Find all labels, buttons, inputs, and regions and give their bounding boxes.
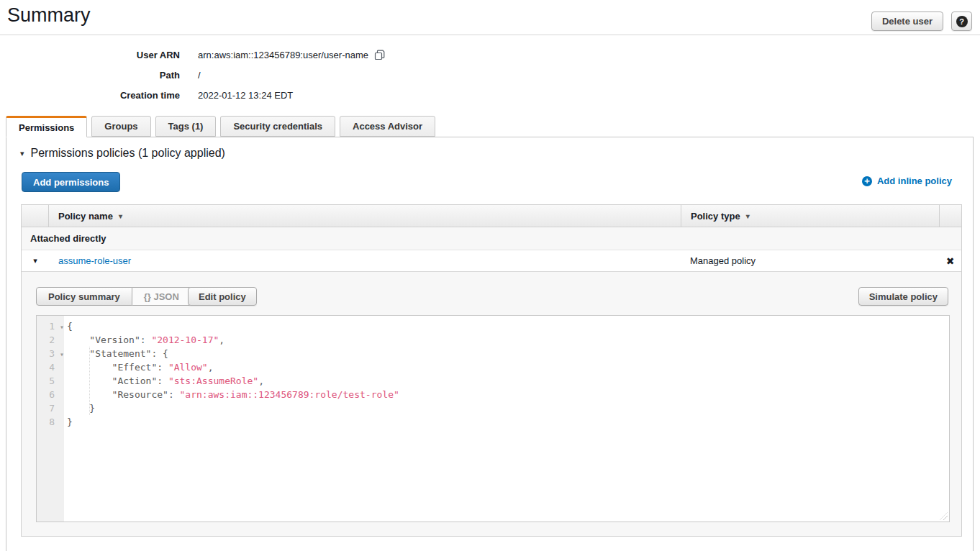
policy-name-cell: assume-role-user xyxy=(49,255,681,266)
policy-type-header-label: Policy type xyxy=(691,211,740,222)
policy-name-link[interactable]: assume-role-user xyxy=(58,255,131,266)
code-line: "Resource": "arn:aws:iam::123456789:role… xyxy=(67,388,949,401)
permissions-policies-section-toggle[interactable]: ▾ Permissions policies (1 policy applied… xyxy=(20,147,225,160)
code-line: "Effect": "Allow", xyxy=(67,360,949,374)
user-arn-label: User ARN xyxy=(0,50,180,60)
line-number: 2 xyxy=(37,333,64,347)
add-inline-policy-link[interactable]: ＋ Add inline policy xyxy=(862,176,952,186)
tab-access-advisor[interactable]: Access Advisor xyxy=(340,116,435,137)
help-button[interactable]: ? xyxy=(951,12,972,31)
view-toggle-group: Policy summary {} JSON xyxy=(36,287,191,306)
tab-groups[interactable]: Groups xyxy=(91,116,150,137)
line-number: 6 xyxy=(37,388,64,401)
path-label: Path xyxy=(0,70,180,81)
delete-user-button[interactable]: Delete user xyxy=(871,12,943,31)
edit-policy-button[interactable]: Edit policy xyxy=(188,287,257,306)
policy-summary-button[interactable]: Policy summary xyxy=(36,287,132,306)
policy-detail-buttons: Policy summary {} JSON Edit policy Simul… xyxy=(36,287,948,306)
policy-table-header: Policy name ▾ Policy type ▾ xyxy=(22,205,961,227)
line-number: 1▾ xyxy=(37,319,64,333)
policy-name-sort[interactable]: Policy name ▾ xyxy=(58,211,681,222)
section-title: Permissions policies (1 policy applied) xyxy=(31,147,225,160)
line-number: 7 xyxy=(37,401,64,415)
policy-name-column-header: Policy name ▾ xyxy=(49,211,681,222)
policy-action-cell: ✖ xyxy=(939,256,961,266)
sort-caret-icon: ▾ xyxy=(119,212,122,220)
creation-time-row: Creation time 2022-01-12 13:24 EDT xyxy=(0,85,385,105)
user-arn-row: User ARN arn:aws:iam::123456789:user/use… xyxy=(0,45,385,65)
tab-security-credentials[interactable]: Security credentials xyxy=(220,116,335,137)
policy-type-column-header: Policy type ▾ xyxy=(681,205,939,227)
code-line: "Statement": { xyxy=(67,347,949,360)
line-number: 5 xyxy=(37,374,64,388)
code-line: { xyxy=(67,319,949,333)
row-expand-cell: ▾ xyxy=(22,256,49,265)
expand-column-header xyxy=(22,205,49,227)
code-line: } xyxy=(67,415,949,429)
tab-bar: Permissions Groups Tags (1) Security cre… xyxy=(6,116,440,137)
remove-policy-x-icon[interactable]: ✖ xyxy=(946,256,955,266)
line-number: 8 xyxy=(37,415,64,429)
copy-icon[interactable] xyxy=(374,50,385,60)
user-arn-text: arn:aws:iam::123456789:user/user-name xyxy=(198,50,368,60)
editor-gutter: 1▾23▾45678 xyxy=(37,316,64,522)
tab-tags[interactable]: Tags (1) xyxy=(155,116,217,137)
header-divider xyxy=(0,35,980,35)
policy-type-cell: Managed policy xyxy=(681,255,939,266)
creation-time-label: Creation time xyxy=(0,90,180,101)
line-number: 3▾ xyxy=(37,347,64,360)
policy-detail-expanded-area: Policy summary {} JSON Edit policy Simul… xyxy=(22,272,961,537)
path-row: Path / xyxy=(0,65,385,85)
code-line: "Version": "2012-10-17", xyxy=(67,333,949,347)
add-inline-policy-label: Add inline policy xyxy=(877,176,952,186)
json-policy-editor: 1▾23▾45678 { "Version": "2012-10-17", "S… xyxy=(36,315,950,522)
add-permissions-button[interactable]: Add permissions xyxy=(22,172,120,192)
code-line: } xyxy=(67,401,949,415)
section-collapse-caret-icon: ▾ xyxy=(20,149,24,158)
line-number: 4 xyxy=(37,360,64,374)
editor-code-area[interactable]: { "Version": "2012-10-17", "Statement": … xyxy=(64,316,949,522)
tab-permissions[interactable]: Permissions xyxy=(6,116,87,137)
json-toggle-button[interactable]: {} JSON xyxy=(132,287,191,306)
policy-name-header-label: Policy name xyxy=(58,211,113,222)
policy-type-sort[interactable]: Policy type ▾ xyxy=(691,211,750,222)
path-value: / xyxy=(198,70,201,81)
attached-directly-group-row: Attached directly xyxy=(22,227,961,250)
policy-table: Policy name ▾ Policy type ▾ Attached dir… xyxy=(21,204,962,537)
code-line: "Action": "sts:AssumeRole", xyxy=(67,374,949,388)
simulate-policy-button[interactable]: Simulate policy xyxy=(858,287,948,306)
page-title: Summary xyxy=(7,4,91,27)
header-actions: Delete user ? xyxy=(871,12,972,31)
sort-caret-icon: ▾ xyxy=(746,212,750,220)
table-row: ▾ assume-role-user Managed policy ✖ xyxy=(22,250,961,272)
row-expand-caret-icon[interactable]: ▾ xyxy=(33,256,37,265)
iam-user-summary-page: Summary Delete user ? User ARN arn:aws:i… xyxy=(0,0,980,551)
action-column-header xyxy=(939,205,961,227)
attached-directly-label: Attached directly xyxy=(22,233,106,244)
creation-time-value: 2022-01-12 13:24 EDT xyxy=(198,90,293,101)
permissions-tab-panel: ▾ Permissions policies (1 policy applied… xyxy=(6,137,974,551)
user-info: User ARN arn:aws:iam::123456789:user/use… xyxy=(0,45,385,105)
user-arn-value: arn:aws:iam::123456789:user/user-name xyxy=(198,50,385,60)
question-mark-icon: ? xyxy=(956,16,968,27)
plus-circle-icon: ＋ xyxy=(862,176,872,186)
